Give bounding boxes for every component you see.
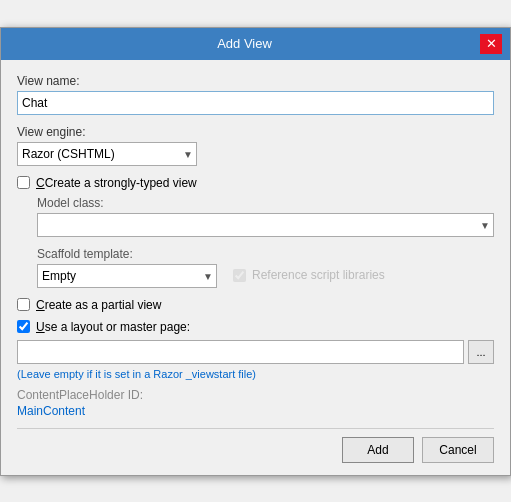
layout-input-row: ...	[17, 340, 494, 364]
use-layout-checkbox[interactable]	[17, 320, 30, 333]
model-class-select[interactable]	[37, 213, 494, 237]
dialog-title: Add View	[9, 36, 480, 51]
view-name-section: View name:	[17, 74, 494, 115]
button-row: Add Cancel	[17, 428, 494, 463]
partial-view-label: Create as a partial view	[36, 298, 161, 312]
use-layout-row: Use a layout or master page:	[17, 320, 494, 334]
browse-button[interactable]: ...	[468, 340, 494, 364]
content-placeholder-value: MainContent	[17, 404, 494, 418]
dialog-body: View name: View engine: Razor (CSHTML) A…	[1, 60, 510, 475]
strongly-typed-checkbox[interactable]	[17, 176, 30, 189]
view-engine-select[interactable]: Razor (CSHTML) ASPX	[17, 142, 197, 166]
view-engine-label: View engine:	[17, 125, 494, 139]
view-engine-wrapper: Razor (CSHTML) ASPX ▼	[17, 142, 197, 166]
cancel-button[interactable]: Cancel	[422, 437, 494, 463]
model-class-label: Model class:	[37, 196, 494, 210]
reference-scripts-row: Reference script libraries	[233, 268, 385, 282]
scaffold-label: Scaffold template:	[37, 247, 217, 261]
title-bar: Add View ✕	[1, 28, 510, 60]
scaffold-group: Scaffold template: Empty Create Delete D…	[37, 247, 217, 288]
view-engine-section: View engine: Razor (CSHTML) ASPX ▼	[17, 125, 494, 166]
hint-text: (Leave empty if it is set in a Razor _vi…	[17, 368, 494, 380]
add-view-dialog: Add View ✕ View name: View engine: Razor…	[0, 27, 511, 476]
reference-scripts-label: Reference script libraries	[252, 268, 385, 282]
strongly-typed-label: CCreate a strongly-typed view	[36, 176, 197, 190]
view-name-label: View name:	[17, 74, 494, 88]
close-button[interactable]: ✕	[480, 34, 502, 54]
add-button[interactable]: Add	[342, 437, 414, 463]
scaffold-wrapper: Empty Create Delete Details Edit List ▼	[37, 264, 217, 288]
scaffold-row: Scaffold template: Empty Create Delete D…	[37, 247, 494, 288]
view-name-input[interactable]	[17, 91, 494, 115]
partial-view-row: Create as a partial view	[17, 298, 494, 312]
scaffold-select[interactable]: Empty Create Delete Details Edit List	[37, 264, 217, 288]
model-class-section: Model class: ▼	[37, 196, 494, 237]
layout-path-input[interactable]	[17, 340, 464, 364]
partial-view-checkbox[interactable]	[17, 298, 30, 311]
strongly-typed-row: CCreate a strongly-typed view	[17, 176, 494, 190]
indented-section: Model class: ▼ Scaffold template: Empty …	[37, 196, 494, 288]
strongly-typed-label-underline: C	[36, 176, 45, 190]
content-placeholder-label: ContentPlaceHolder ID:	[17, 388, 494, 402]
reference-scripts-checkbox[interactable]	[233, 269, 246, 282]
model-class-wrapper: ▼	[37, 213, 494, 237]
use-layout-label: Use a layout or master page:	[36, 320, 190, 334]
